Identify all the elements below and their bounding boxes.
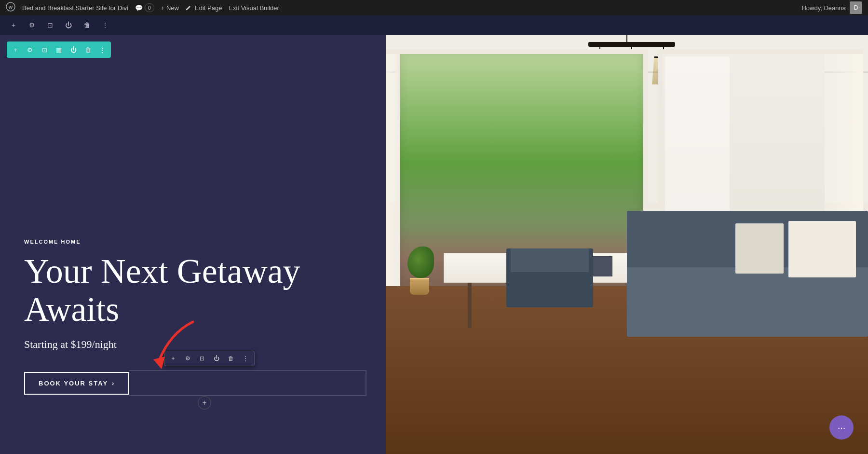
row-delete-btn[interactable]: 🗑	[224, 352, 238, 365]
purple-dot-icon: ···	[838, 422, 846, 433]
purple-dot-button[interactable]: ···	[829, 415, 854, 440]
comments-count: 0	[145, 3, 154, 12]
row-settings-btn[interactable]: ⚙	[181, 352, 194, 365]
section-more-btn[interactable]: ⋮	[95, 43, 109, 56]
new-content-link[interactable]: + New	[161, 4, 179, 12]
add-row-button[interactable]: +	[198, 396, 211, 410]
divi-more-icon[interactable]: ⋮	[98, 18, 112, 32]
sofa	[627, 211, 868, 337]
divi-power-icon[interactable]: ⏻	[62, 18, 75, 32]
admin-bar-left: W Bed and Breakfast Starter Site for Div…	[6, 2, 794, 14]
svg-text:W: W	[9, 5, 13, 10]
button-row-toolbar: + ⚙ ⊡ ⏻ 🗑 ⋮	[164, 351, 255, 366]
button-placeholder	[129, 370, 366, 396]
section-add-btn[interactable]: +	[9, 43, 22, 56]
row-power-btn[interactable]: ⏻	[210, 352, 223, 365]
section-delete-btn[interactable]: 🗑	[81, 43, 95, 56]
exit-builder-link[interactable]: Exit Visual Builder	[229, 4, 279, 12]
book-stay-button[interactable]: BOOK YOUR STAY ›	[24, 372, 129, 395]
divi-settings-icon[interactable]: ⚙	[25, 18, 39, 32]
divi-builder-bar: + ⚙ ⊡ ⏻ 🗑 ⋮	[0, 15, 868, 35]
section-toolbar: + ⚙ ⊡ ▦ ⏻ 🗑 ⋮	[7, 41, 111, 58]
divi-add-icon[interactable]: +	[7, 18, 20, 32]
room-plant	[405, 247, 434, 295]
section-settings-btn[interactable]: ⚙	[23, 43, 37, 56]
page-subheadline: Starting at $199/night	[24, 338, 366, 351]
section-grid-btn[interactable]: ▦	[52, 43, 66, 56]
main-content: + ⚙ ⊡ ▦ ⏻ 🗑 ⋮ WELCOME HOME Your Next Get…	[0, 35, 868, 454]
user-avatar[interactable]: D	[850, 1, 862, 14]
section-power-btn[interactable]: ⏻	[67, 43, 80, 56]
divi-delete-icon[interactable]: 🗑	[80, 18, 94, 32]
welcome-label: WELCOME HOME	[24, 239, 366, 245]
row-more-btn[interactable]: ⋮	[239, 352, 252, 365]
section-duplicate-btn[interactable]: ⊡	[38, 43, 51, 56]
row-duplicate-btn[interactable]: ⊡	[195, 352, 209, 365]
admin-bar: W Bed and Breakfast Starter Site for Div…	[0, 0, 868, 15]
button-area: BOOK YOUR STAY › + ⚙ ⊡ ⏻ 🗑 ⋮ +	[24, 370, 366, 396]
edit-page-link[interactable]: Edit Page	[186, 4, 222, 12]
row-add-btn[interactable]: +	[166, 352, 180, 365]
ottoman	[506, 248, 593, 307]
left-panel: + ⚙ ⊡ ▦ ⏻ 🗑 ⋮ WELCOME HOME Your Next Get…	[0, 35, 386, 454]
right-panel: ···	[386, 35, 868, 454]
svg-marker-2	[153, 357, 165, 369]
divi-layout-icon[interactable]: ⊡	[43, 18, 57, 32]
button-arrow-icon: ›	[112, 380, 115, 387]
howdy-text: Howdy, Deanna	[801, 4, 846, 12]
site-name-link[interactable]: Bed and Breakfast Starter Site for Divi	[22, 4, 128, 12]
wp-logo-icon[interactable]: W	[6, 2, 15, 14]
comments-icon[interactable]: 💬 0	[135, 3, 154, 12]
admin-bar-right: Howdy, Deanna D	[801, 1, 862, 14]
page-headline: Your Next Getaway Awaits	[24, 252, 366, 329]
room-image	[386, 35, 868, 454]
